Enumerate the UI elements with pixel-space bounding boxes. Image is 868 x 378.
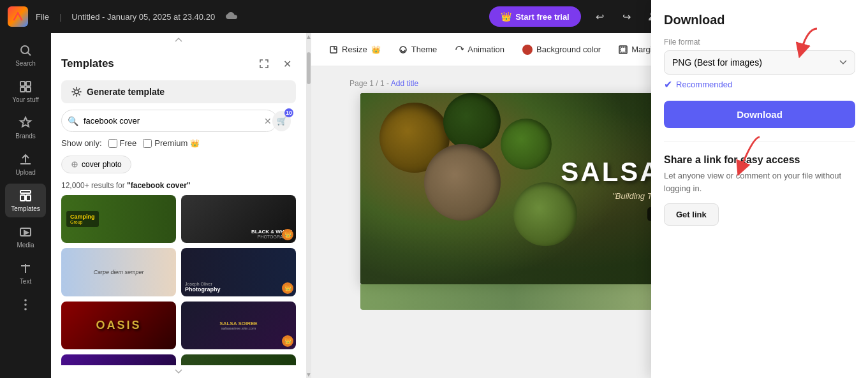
search-input[interactable] (61, 110, 277, 132)
results-query: "facebook cover" (127, 181, 190, 190)
animation-button[interactable]: Animation (447, 41, 512, 58)
bowl-4 (501, 119, 552, 170)
suggestion-chip-cover-photo[interactable]: cover photo (61, 156, 131, 173)
template-item-7[interactable]: ELEVATE YOUR FEED 👑 (61, 354, 176, 365)
template-item-4[interactable]: Joseph Oliver Photography 👑 (181, 248, 296, 296)
show-only-filters: Show only: Free Premium 👑 (51, 138, 306, 153)
template-item-3[interactable]: Carpe diem semper (61, 248, 176, 296)
svg-rect-14 (26, 195, 31, 201)
check-icon: ✔ (664, 78, 672, 91)
sidebar-item-more[interactable] (5, 293, 46, 317)
svg-rect-7 (26, 82, 31, 86)
expand-panel-button[interactable] (255, 55, 273, 73)
premium-checkbox[interactable] (143, 139, 152, 148)
panel-header-icons: ✕ (255, 55, 296, 73)
sidebar-label-text: Text (20, 278, 31, 285)
template-item-8[interactable]: Mountains (181, 354, 296, 365)
color-swatch (522, 45, 533, 55)
template-item-2[interactable]: BLACK & WHITE PHOTOGRAPHY 👑 (181, 195, 296, 243)
main-area: Search Your stuff Brands Upload (0, 33, 868, 378)
format-select[interactable]: PNG (Best for images) (664, 50, 855, 75)
file-format-label: File format (664, 38, 855, 47)
background-color-button[interactable]: Background color (515, 41, 608, 59)
app-logo[interactable] (8, 6, 28, 27)
undo-button[interactable]: ↩ (589, 5, 612, 28)
download-panel: Download File format PNG (Best for image… (651, 33, 868, 378)
redo-button[interactable]: ↪ (615, 5, 638, 28)
svg-rect-8 (20, 87, 25, 92)
sidebar-item-search[interactable]: Search (5, 38, 46, 72)
panel-scrollbar[interactable]: ▲ ▼ (306, 33, 311, 378)
svg-point-20 (24, 299, 27, 302)
free-filter[interactable]: Free (108, 138, 137, 148)
results-number: 12,000+ results for (61, 181, 125, 190)
templates-panel: Templates ✕ Generate template (51, 33, 306, 378)
sidebar-item-media[interactable]: Media (5, 220, 46, 254)
cart-button[interactable]: 🛒 10 (272, 111, 291, 131)
add-title-link[interactable]: Add title (391, 79, 418, 88)
theme-button[interactable]: Theme (391, 41, 445, 58)
get-link-button[interactable]: Get link (664, 203, 719, 226)
sidebar-item-your-stuff[interactable]: Your stuff (5, 75, 46, 108)
bowl-2 (443, 93, 501, 150)
template-item-5[interactable]: OASIS (61, 302, 176, 349)
template-item-1[interactable]: Camping Group (61, 195, 176, 243)
format-value: PNG (Best for images) (672, 57, 762, 68)
svg-point-21 (24, 303, 27, 306)
show-only-label: Show only: (61, 138, 102, 148)
sync-icon (223, 8, 240, 25)
recommended-badge: ✔ Recommended (664, 78, 855, 91)
premium-label: Premium (154, 138, 188, 148)
premium-crown-icon: 👑 (190, 139, 200, 148)
results-count: 12,000+ results for "facebook cover" (51, 178, 306, 195)
sidebar-item-templates[interactable]: Templates (5, 184, 46, 217)
generate-template-button[interactable]: Generate template (61, 80, 296, 103)
share-link-section: Share a link for easy access Let anyone … (664, 141, 855, 226)
search-bar: 🔍 ✕ 🛒 10 (61, 110, 296, 132)
templates-scroll-area[interactable]: Camping Group BLACK & WHITE PHOTOGRAPHY … (51, 195, 306, 365)
search-clear-button[interactable]: ✕ (264, 116, 272, 126)
search-icon: 🔍 (68, 116, 78, 126)
svg-rect-6 (20, 82, 25, 86)
svg-point-22 (24, 308, 27, 310)
svg-rect-30 (621, 47, 626, 52)
cart-count: 10 (284, 108, 293, 117)
svg-rect-12 (20, 191, 31, 193)
svg-marker-16 (24, 231, 28, 235)
generate-template-label: Generate template (87, 87, 165, 97)
panel-title: Templates (61, 57, 114, 70)
panel-header: Templates ✕ (51, 46, 306, 78)
resize-button[interactable]: Resize 👑 (321, 41, 388, 58)
premium-filter[interactable]: Premium 👑 (143, 138, 200, 148)
template-grid: Camping Group BLACK & WHITE PHOTOGRAPHY … (61, 195, 296, 365)
page-label: Page 1 / 1 - Add title (349, 79, 418, 88)
panel-scroll-up[interactable] (51, 33, 306, 46)
svg-point-23 (75, 90, 78, 94)
template-item-6[interactable]: SALSA SOIREE salsasoiree.site.com 👑 (181, 302, 296, 349)
free-checkbox[interactable] (108, 139, 117, 148)
close-panel-button[interactable]: ✕ (278, 55, 296, 73)
download-big-button[interactable]: Download (664, 101, 855, 128)
svg-rect-9 (26, 87, 31, 92)
file-menu[interactable]: File (36, 12, 49, 22)
share-title: Share a link for easy access (664, 154, 855, 166)
icon-sidebar: Search Your stuff Brands Upload (0, 33, 51, 378)
chip-label: cover photo (82, 160, 122, 169)
crown-icon: 👑 (501, 11, 511, 22)
start-trial-button[interactable]: 👑 Start free trial (489, 6, 581, 27)
suggestion-chips: cover photo (51, 153, 306, 178)
sidebar-label-brands: Brands (15, 133, 36, 140)
sidebar-label-media: Media (17, 242, 34, 249)
toolbar-crown-icon: 👑 (371, 45, 381, 54)
share-desc: Let anyone view or comment on your file … (664, 170, 855, 194)
panel-scroll-down[interactable] (51, 365, 306, 378)
sidebar-label-your-stuff: Your stuff (12, 96, 39, 103)
sidebar-item-text[interactable]: Text (5, 256, 46, 290)
recommended-label: Recommended (676, 80, 732, 89)
sidebar-item-upload[interactable]: Upload (5, 147, 46, 181)
sidebar-label-search: Search (15, 60, 36, 67)
sidebar-item-brands[interactable]: Brands (5, 111, 46, 145)
sidebar-label-upload: Upload (15, 169, 36, 176)
sidebar-label-templates: Templates (11, 205, 40, 212)
background-color-label: Background color (536, 45, 601, 54)
